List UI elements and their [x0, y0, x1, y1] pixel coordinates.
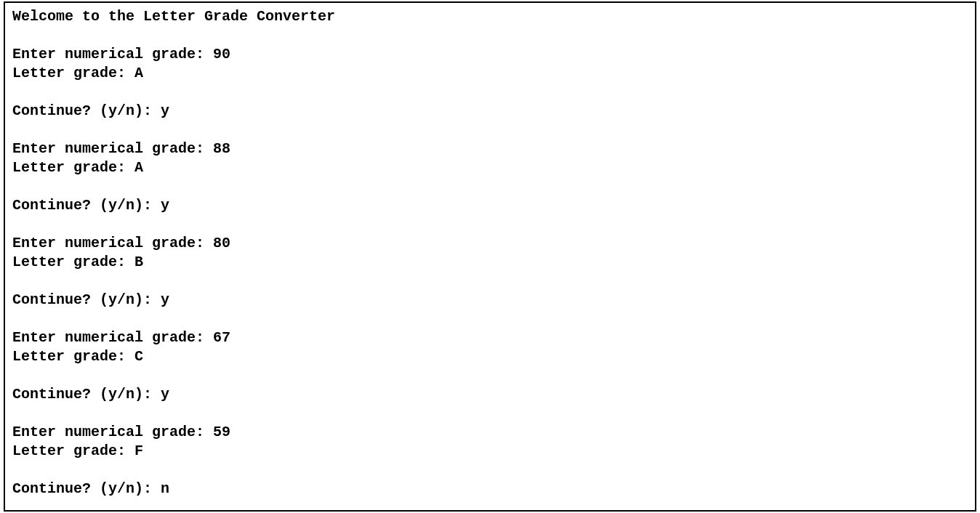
enter-grade-line-1: Enter numerical grade: 90	[12, 45, 968, 64]
blank-line	[12, 366, 968, 385]
letter-grade-prompt: Letter grade:	[12, 443, 134, 459]
enter-grade-prompt: Enter numerical grade:	[12, 140, 213, 157]
continue-line-2: Continue? (y/n): y	[12, 196, 968, 215]
blank-line	[12, 404, 968, 423]
letter-output-1: A	[134, 65, 143, 81]
enter-grade-line-3: Enter numerical grade: 80	[12, 234, 968, 253]
continue-prompt: Continue? (y/n):	[12, 480, 161, 497]
continue-prompt: Continue? (y/n):	[12, 102, 161, 119]
continue-input-2: y	[161, 197, 169, 214]
continue-line-3: Continue? (y/n): y	[12, 291, 968, 310]
blank-line	[12, 26, 968, 45]
letter-output-4: C	[134, 348, 143, 365]
continue-input-3: y	[161, 291, 169, 308]
blank-line	[12, 215, 968, 234]
continue-line-1: Continue? (y/n): y	[12, 102, 968, 121]
letter-grade-line-3: Letter grade: B	[12, 253, 968, 272]
enter-grade-line-4: Enter numerical grade: 67	[12, 328, 968, 347]
continue-input-5: n	[161, 480, 169, 497]
letter-grade-line-5: Letter grade: F	[12, 442, 968, 461]
enter-grade-prompt: Enter numerical grade:	[12, 235, 213, 251]
blank-line	[12, 461, 968, 480]
terminal-output: Welcome to the Letter Grade Converter En…	[4, 1, 976, 512]
enter-grade-prompt: Enter numerical grade:	[12, 329, 213, 346]
continue-line-5: Continue? (y/n): n	[12, 480, 968, 498]
continue-prompt: Continue? (y/n):	[12, 197, 161, 214]
enter-grade-prompt: Enter numerical grade:	[12, 424, 213, 440]
blank-line	[12, 83, 968, 102]
enter-grade-prompt: Enter numerical grade:	[12, 46, 213, 62]
grade-input-2: 88	[213, 140, 230, 157]
letter-grade-prompt: Letter grade:	[12, 65, 134, 81]
continue-input-4: y	[161, 386, 169, 403]
enter-grade-line-5: Enter numerical grade: 59	[12, 423, 968, 442]
letter-grade-line-2: Letter grade: A	[12, 158, 968, 177]
grade-input-4: 67	[213, 329, 230, 346]
letter-output-5: F	[134, 443, 143, 459]
enter-grade-line-2: Enter numerical grade: 88	[12, 140, 968, 158]
title-line: Welcome to the Letter Grade Converter	[12, 7, 968, 26]
blank-line	[12, 272, 968, 291]
letter-grade-line-1: Letter grade: A	[12, 64, 968, 83]
grade-input-5: 59	[213, 424, 230, 440]
letter-grade-prompt: Letter grade:	[12, 254, 134, 270]
letter-grade-line-4: Letter grade: C	[12, 347, 968, 366]
grade-input-3: 80	[213, 235, 230, 251]
continue-prompt: Continue? (y/n):	[12, 386, 161, 403]
letter-grade-prompt: Letter grade:	[12, 159, 134, 176]
continue-line-4: Continue? (y/n): y	[12, 385, 968, 404]
letter-grade-prompt: Letter grade:	[12, 348, 134, 365]
letter-output-3: B	[134, 254, 143, 270]
blank-line	[12, 177, 968, 196]
continue-prompt: Continue? (y/n):	[12, 291, 161, 308]
blank-line	[12, 310, 968, 328]
blank-line	[12, 121, 968, 140]
continue-input-1: y	[161, 102, 169, 119]
letter-output-2: A	[134, 159, 143, 176]
grade-input-1: 90	[213, 46, 230, 62]
